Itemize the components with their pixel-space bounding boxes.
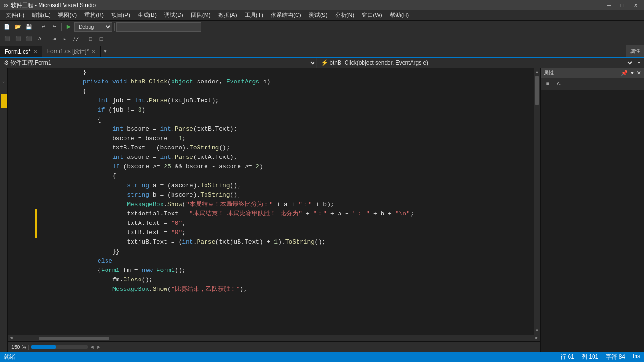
menu-test[interactable]: 测试(S) — [305, 10, 331, 20]
tab-form1-cs[interactable]: Form1.cs* ✕ — [0, 46, 42, 57]
code-line-70: txtdetial.Text = "本局结束！ 本局比赛甲队胜！ 比分为" + … — [8, 209, 534, 219]
tb2-comment[interactable]: // — [71, 34, 81, 44]
menu-help[interactable]: 帮助(H) — [386, 10, 413, 20]
search-input[interactable] — [116, 22, 201, 32]
code-line-71: txtA.Text = "0"; — [8, 219, 534, 228]
code-line-77: fm.Close(); — [8, 275, 534, 285]
tab-form1-design[interactable]: Form1.cs [设计]* ✕ — [42, 46, 101, 57]
title-bar: ∞ 软件工程 - Microsoft Visual Studio ─ □ ✕ — [0, 0, 644, 10]
menu-team[interactable]: 团队(M) — [187, 10, 215, 20]
prop-sep — [568, 80, 568, 89]
menu-build[interactable]: 生成(B) — [134, 10, 160, 20]
tb2-extra2[interactable]: □ — [96, 34, 107, 44]
menu-view[interactable]: 视图(V) — [54, 10, 81, 20]
menu-data[interactable]: 数据(A) — [215, 10, 241, 20]
tb2-sep-2 — [83, 35, 83, 43]
tb2-outdent[interactable]: ⇤ — [60, 34, 70, 44]
menu-bar: 文件(F) 编辑(E) 视图(V) 重构(R) 项目(P) 生成(B) 调试(D… — [0, 10, 644, 21]
toolbar-sep-3 — [114, 23, 115, 31]
code-line-64: int ascore = int.Parse(txtA.Text); — [8, 153, 534, 162]
menu-analyze[interactable]: 分析(N) — [331, 10, 358, 20]
tb2-sep-1 — [47, 35, 47, 43]
zoom-level[interactable]: 150 % — [11, 344, 26, 350]
menu-window[interactable]: 窗口(W) — [358, 10, 386, 20]
status-line: 行 61 — [561, 353, 574, 361]
code-line-61: int bscore = int.Parse(txtB.Text); — [8, 124, 534, 134]
code-scroll-wrapper: } ─ private void btnB_Click(object sende… — [8, 68, 540, 335]
code-line-59: if (jub != 3) — [8, 106, 534, 115]
scroll-down-arrow[interactable]: ▼ — [534, 327, 540, 335]
toolbar-2: ⬛ ⬛ ⬛ A ⇥ ⇤ // □ □ — [0, 33, 644, 45]
h-scroll-thumb[interactable] — [39, 337, 109, 340]
zoom-handle[interactable] — [51, 345, 56, 349]
minimize-button[interactable]: ─ — [604, 1, 614, 9]
main-layout: ⊳ } ─ — [0, 68, 644, 352]
zoom-slider[interactable] — [31, 345, 88, 349]
left-mini-sidebar: ⊳ — [0, 68, 8, 352]
toolbar-1: 📄 📂 💾 ↩ ↪ ▶ Debug Release — [0, 21, 644, 33]
code-line-74: }} — [8, 247, 534, 256]
vertical-scrollbar[interactable]: ▲ ▼ — [534, 68, 540, 335]
menu-debug[interactable]: 调试(D) — [160, 10, 187, 20]
toolbar-new[interactable]: 📄 — [2, 22, 12, 32]
tab-close-form1-design[interactable]: ✕ — [91, 49, 95, 54]
toolbar-sep-2 — [61, 23, 62, 31]
toolbar-sep-1 — [36, 23, 36, 31]
close-button[interactable]: ✕ — [631, 1, 640, 9]
code-line-72: txtB.Text = "0"; — [8, 228, 534, 238]
tb2-btn4[interactable]: A — [34, 34, 45, 44]
right-sidebar: 属性 📌 ▼ ✕ ≡ A↓ — [540, 68, 644, 352]
properties-title: 属性 — [544, 69, 554, 76]
menu-tools[interactable]: 工具(T) — [241, 10, 267, 20]
nav-dropdowns: ⚙ 软件工程.Form1 ⚡ btnB_Click(object sender,… — [0, 58, 644, 68]
prop-sort-category[interactable]: ≡ — [543, 79, 553, 90]
scroll-left-arrow[interactable]: ◄ — [8, 335, 15, 342]
maximize-button[interactable]: □ — [618, 1, 627, 9]
horizontal-scrollbar[interactable]: ◄ ► — [8, 335, 540, 341]
properties-panel-tab[interactable]: 属性 — [626, 45, 644, 57]
tb2-btn1[interactable]: ⬛ — [2, 34, 12, 44]
properties-close-btn[interactable]: ✕ — [636, 70, 641, 76]
code-line-76: {Form1 fm = new Form1(); — [8, 266, 534, 275]
scroll-right-arrow[interactable]: ► — [533, 335, 540, 342]
menu-refactor[interactable]: 重构(R) — [81, 10, 107, 20]
menu-architecture[interactable]: 体系结构(C) — [267, 10, 305, 20]
mini-icon-2[interactable] — [1, 94, 7, 108]
tb2-btn3[interactable]: ⬛ — [24, 34, 34, 44]
status-bar: 就绪 行 61 列 101 字符 84 Ins — [0, 352, 644, 362]
code-editor[interactable]: } ─ private void btnB_Click(object sende… — [8, 68, 534, 335]
scroll-up-arrow[interactable]: ▲ — [534, 68, 540, 75]
toolbar-undo[interactable]: ↩ — [38, 22, 49, 32]
mini-icon-1[interactable]: ⊳ — [1, 70, 7, 93]
toolbar-redo[interactable]: ↪ — [49, 22, 59, 32]
right-sidebar-toolbar: ≡ A↓ — [541, 78, 644, 90]
tb2-extra1[interactable]: □ — [85, 34, 96, 44]
menu-file[interactable]: 文件(F) — [2, 10, 28, 20]
properties-auto-hide-btn[interactable]: ▼ — [630, 70, 635, 75]
code-line-78: MessageBox.Show("比赛结束，乙队获胜！"); — [8, 285, 534, 294]
menu-project[interactable]: 项目(P) — [107, 10, 134, 20]
properties-pin-btn[interactable]: 📌 — [621, 70, 628, 76]
method-dropdown[interactable]: ⚡ btnB_Click(object sender, EventArgs e) — [317, 58, 634, 68]
zoom-sep: | — [28, 344, 29, 350]
toolbar-open[interactable]: 📂 — [13, 22, 23, 32]
tb2-btn2[interactable]: ⬛ — [13, 34, 23, 44]
tab-close-form1-cs[interactable]: ✕ — [33, 49, 37, 54]
right-sidebar-header: 属性 📌 ▼ ✕ — [541, 68, 644, 78]
toolbar-start[interactable]: ▶ — [64, 22, 74, 32]
zoom-arrows: ◄ ► — [90, 344, 101, 350]
class-dropdown[interactable]: ⚙ 软件工程.Form1 — [0, 58, 317, 68]
code-line-67: string a = (ascore).ToString(); — [8, 181, 534, 190]
toolbar-save[interactable]: 💾 — [24, 22, 34, 32]
debug-mode-dropdown[interactable]: Debug Release — [74, 22, 112, 32]
code-line-56: ─ private void btnB_Click(object sender,… — [8, 77, 534, 87]
tb2-indent[interactable]: ⇥ — [49, 34, 59, 44]
tab-dropdown-arrow[interactable]: ▾ — [100, 46, 109, 57]
code-line-55: } — [8, 68, 534, 77]
nav-dropdown-btn[interactable]: ▾ — [634, 58, 644, 68]
menu-edit[interactable]: 编辑(E) — [28, 10, 54, 20]
tab-label-form1-cs: Form1.cs* — [5, 49, 31, 55]
app-icon: ∞ — [4, 2, 8, 8]
scroll-thumb[interactable] — [535, 76, 539, 105]
prop-sort-alpha[interactable]: A↓ — [554, 79, 565, 90]
